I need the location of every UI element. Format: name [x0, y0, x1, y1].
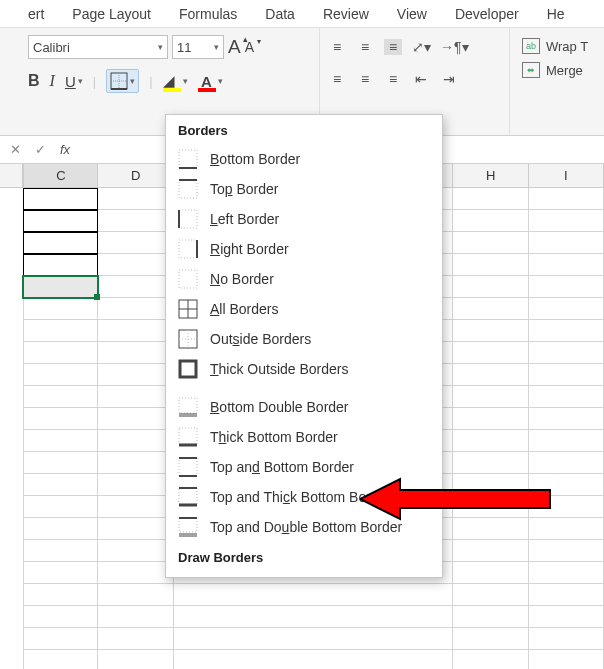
tab-insert[interactable]: ert [28, 6, 44, 22]
borders-button[interactable]: ▾ [106, 69, 139, 93]
menu-top-and-double-bottom-border[interactable]: Top and Double Bottom Border [166, 512, 442, 542]
svg-rect-4 [179, 150, 197, 168]
svg-rect-20 [179, 398, 197, 413]
thick-outside-borders-icon [178, 359, 198, 379]
align-middle-icon[interactable]: ≡ [356, 39, 374, 55]
menu-left-border[interactable]: Left Border [166, 204, 442, 234]
bold-button[interactable]: B [28, 72, 40, 90]
fill-color-icon: ◢ [163, 72, 181, 90]
draw-borders-section-title: Draw Borders [166, 542, 442, 571]
no-border-icon [178, 269, 198, 289]
chevron-down-icon: ▾ [158, 42, 163, 52]
fx-icon[interactable]: fx [60, 142, 70, 157]
col-header-C[interactable]: C [23, 164, 98, 187]
svg-rect-19 [180, 361, 196, 377]
borders-icon [110, 72, 128, 90]
orientation-icon[interactable]: ⤢▾ [412, 39, 430, 55]
cancel-icon[interactable]: ✕ [10, 142, 21, 157]
align-center-icon[interactable]: ≡ [356, 71, 374, 87]
chevron-down-icon: ▾ [183, 76, 188, 86]
merge-icon: ⬌ [522, 62, 540, 78]
font-name-value: Calibri [33, 40, 70, 55]
menu-no-border[interactable]: No Border [166, 264, 442, 294]
top-double-bottom-border-icon [178, 517, 198, 537]
show-formatting-icon[interactable]: →¶▾ [440, 39, 458, 55]
wrap-text-button[interactable]: ab Wrap T [522, 38, 588, 54]
font-size-value: 11 [177, 40, 191, 55]
chevron-down-icon: ▾ [218, 76, 223, 86]
all-borders-icon [178, 299, 198, 319]
increase-font-icon[interactable]: A▴ [228, 36, 241, 58]
menu-top-border[interactable]: Top Border [166, 174, 442, 204]
decrease-font-icon[interactable]: A▾ [245, 39, 254, 55]
font-name-select[interactable]: Calibri ▾ [28, 35, 168, 59]
menu-top-and-bottom-border[interactable]: Top and Bottom Border [166, 452, 442, 482]
menu-bottom-border[interactable]: Bottom Border [166, 144, 442, 174]
enter-icon[interactable]: ✓ [35, 142, 46, 157]
tab-developer[interactable]: Developer [455, 6, 519, 22]
svg-rect-6 [179, 180, 197, 198]
align-right-icon[interactable]: ≡ [384, 71, 402, 87]
font-color-button[interactable]: A ▾ [198, 72, 223, 90]
col-header-I[interactable]: I [529, 164, 604, 187]
thick-bottom-border-icon [178, 427, 198, 447]
svg-rect-10 [179, 240, 197, 258]
top-bottom-border-icon [178, 457, 198, 477]
tab-view[interactable]: View [397, 6, 427, 22]
menu-thick-outside-borders[interactable]: Thick Outside Borders [166, 354, 442, 384]
font-size-select[interactable]: 11 ▾ [172, 35, 224, 59]
borders-dropdown: Borders Bottom Border Top Border Left Bo… [165, 114, 443, 578]
merge-button[interactable]: ⬌ Merge [522, 62, 588, 78]
ribbon-tabs: ert Page Layout Formulas Data Review Vie… [0, 0, 604, 28]
outside-borders-icon [178, 329, 198, 349]
chevron-down-icon: ▾ [214, 42, 219, 52]
menu-bottom-double-border[interactable]: Bottom Double Border [166, 392, 442, 422]
svg-rect-25 [179, 458, 197, 476]
wrap-text-icon: ab [522, 38, 540, 54]
svg-rect-8 [179, 210, 197, 228]
svg-rect-23 [179, 428, 197, 444]
right-border-icon [178, 239, 198, 259]
font-color-icon: A [198, 72, 216, 90]
menu-all-borders[interactable]: All Borders [166, 294, 442, 324]
chevron-down-icon: ▾ [130, 76, 135, 86]
col-header-D[interactable]: D [98, 164, 173, 187]
italic-button[interactable]: I [50, 72, 55, 90]
underline-button[interactable]: U ▾ [65, 73, 83, 90]
wrap-merge-group: ab Wrap T ⬌ Merge [510, 28, 596, 135]
align-left-icon[interactable]: ≡ [328, 71, 346, 87]
svg-rect-31 [179, 518, 197, 532]
left-border-icon [178, 209, 198, 229]
align-bottom-icon[interactable]: ≡ [384, 39, 402, 55]
col-header-H[interactable]: H [453, 164, 528, 187]
bottom-border-icon [178, 149, 198, 169]
tab-formulas[interactable]: Formulas [179, 6, 237, 22]
menu-outside-borders[interactable]: Outside Borders [166, 324, 442, 354]
borders-section-title: Borders [166, 115, 442, 144]
svg-rect-12 [179, 270, 197, 288]
bottom-double-border-icon [178, 397, 198, 417]
menu-thick-bottom-border[interactable]: Thick Bottom Border [166, 422, 442, 452]
top-thick-bottom-border-icon [178, 487, 198, 507]
chevron-down-icon: ▾ [78, 76, 83, 86]
increase-indent-icon[interactable]: ⇥ [440, 71, 458, 87]
menu-top-and-thick-bottom-border[interactable]: Top and Thick Bottom Border [166, 482, 442, 512]
top-border-icon [178, 179, 198, 199]
menu-right-border[interactable]: Right Border [166, 234, 442, 264]
tab-page-layout[interactable]: Page Layout [72, 6, 151, 22]
fill-color-button[interactable]: ◢ ▾ [163, 72, 188, 90]
svg-rect-28 [179, 488, 197, 504]
tab-data[interactable]: Data [265, 6, 295, 22]
decrease-indent-icon[interactable]: ⇤ [412, 71, 430, 87]
tab-help[interactable]: He [547, 6, 565, 22]
tab-review[interactable]: Review [323, 6, 369, 22]
align-top-icon[interactable]: ≡ [328, 39, 346, 55]
